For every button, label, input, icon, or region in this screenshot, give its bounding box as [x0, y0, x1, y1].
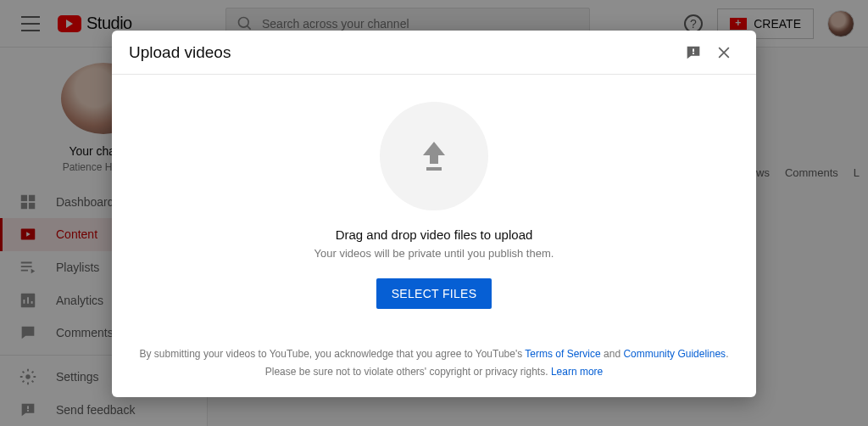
close-icon — [715, 44, 732, 61]
modal-close-button[interactable] — [709, 37, 739, 68]
footer-text: Please be sure not to violate others' co… — [265, 366, 551, 378]
svg-rect-12 — [693, 48, 694, 52]
upload-dropzone[interactable] — [380, 102, 488, 210]
modal-footer: By submitting your videos to YouTube, yo… — [112, 334, 756, 397]
footer-text: and — [601, 348, 624, 360]
svg-rect-14 — [426, 167, 442, 171]
learn-more-link[interactable]: Learn more — [551, 366, 603, 378]
community-guidelines-link[interactable]: Community Guidelines — [623, 348, 726, 360]
terms-of-service-link[interactable]: Terms of Service — [525, 348, 600, 360]
footer-text: By submitting your videos to YouTube, yo… — [140, 348, 526, 360]
upload-modal: Upload videos Drag and drop video files … — [112, 31, 756, 397]
feedback-icon — [684, 43, 703, 62]
modal-header: Upload videos — [112, 31, 756, 75]
modal-overlay[interactable]: Upload videos Drag and drop video files … — [0, 0, 868, 426]
modal-body[interactable]: Drag and drop video files to upload Your… — [112, 75, 756, 334]
drop-title: Drag and drop video files to upload — [336, 227, 533, 242]
svg-rect-13 — [693, 53, 694, 54]
footer-text: . — [726, 348, 728, 360]
drop-subtitle: Your videos will be private until you pu… — [314, 247, 554, 260]
upload-arrow-icon — [415, 137, 453, 176]
modal-feedback-button[interactable] — [678, 37, 709, 68]
modal-title: Upload videos — [129, 43, 231, 62]
select-files-button[interactable]: SELECT FILES — [376, 278, 492, 309]
